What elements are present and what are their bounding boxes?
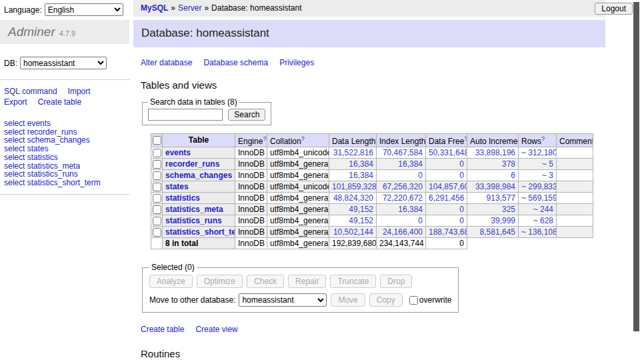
index-length-value[interactable]: 16,384: [398, 159, 423, 169]
row-checkbox-schema_changes[interactable]: [153, 171, 161, 180]
import-link[interactable]: Import: [68, 87, 91, 96]
rows-value[interactable]: ~ 244: [533, 205, 553, 214]
check-button[interactable]: Check: [247, 275, 284, 288]
data-free-value[interactable]: 104,857,600: [429, 182, 467, 191]
optimize-button[interactable]: Optimize: [197, 275, 243, 288]
create-table-link[interactable]: Create table: [141, 325, 184, 334]
move-database-select[interactable]: homeassistant: [239, 293, 327, 307]
language-select[interactable]: English: [45, 3, 123, 16]
data-free-value[interactable]: 6,291,456: [429, 193, 464, 203]
select-all-checkbox[interactable]: [153, 136, 161, 145]
rows-value[interactable]: ~ 628: [533, 216, 553, 225]
rows-value[interactable]: ~ 312,180: [521, 148, 557, 157]
table-link-schema_changes[interactable]: schema_changes: [165, 171, 232, 180]
data-length-value[interactable]: 16,384: [349, 171, 373, 180]
data-free-value[interactable]: 0: [459, 171, 464, 180]
search-input[interactable]: [148, 109, 223, 121]
db-select[interactable]: homeassistant: [20, 57, 107, 69]
logout-button[interactable]: Logout: [595, 3, 633, 15]
row-checkbox-statistics_meta[interactable]: [153, 205, 161, 214]
auto-increment-value[interactable]: 913,577: [487, 193, 515, 203]
index-length-value[interactable]: 0: [418, 216, 423, 225]
index-length-value[interactable]: 24,166,400: [383, 227, 423, 237]
breadcrumb-server-link[interactable]: Server: [178, 3, 201, 13]
sidebar-table-link-statistics_short_term[interactable]: statistics_short_term: [27, 178, 101, 187]
cell-data-length: 49,152: [329, 204, 377, 215]
data-length-value[interactable]: 49,152: [349, 205, 373, 214]
row-checkbox-recorder_runs[interactable]: [153, 160, 161, 169]
auto-increment-value[interactable]: 39,999: [491, 216, 515, 225]
cell-comment: [557, 215, 593, 227]
index-length-value[interactable]: 16,384: [398, 205, 423, 214]
row-checkbox-states[interactable]: [153, 183, 161, 191]
auto-increment-value[interactable]: 6: [511, 171, 515, 180]
privileges-link[interactable]: Privileges: [279, 58, 314, 67]
analyze-button[interactable]: Analyze: [149, 275, 193, 288]
data-length-value[interactable]: 31,522,816: [333, 148, 373, 157]
row-checkbox-statistics[interactable]: [153, 194, 161, 203]
auto-increment-value[interactable]: 33,398,984: [475, 182, 515, 191]
index-length-value[interactable]: 72,220,672: [383, 193, 423, 203]
create-view-link[interactable]: Create view: [195, 325, 237, 334]
auto-increment-value[interactable]: 8,581,645: [480, 227, 515, 237]
data-free-value[interactable]: 188,743,680: [429, 227, 467, 237]
rows-value[interactable]: ~ 299,833: [521, 182, 557, 191]
move-to-database-label: Move to other database:: [149, 295, 235, 305]
alter-database-link[interactable]: Alter database: [141, 58, 192, 67]
auto-increment-value[interactable]: 325: [502, 205, 515, 214]
index-length-value[interactable]: 67,256,320: [383, 182, 423, 191]
copy-button[interactable]: Copy: [369, 293, 403, 307]
cell-comment: [557, 181, 593, 193]
index-length-value[interactable]: 70,467,584: [383, 148, 423, 157]
data-length-value[interactable]: 16,384: [349, 159, 373, 169]
breadcrumb-mysql-link[interactable]: MySQL: [141, 3, 168, 13]
cell-rows: ~ 3: [519, 170, 557, 181]
rows-value[interactable]: ~ 3: [542, 171, 553, 180]
scrollbar-thumb[interactable]: [633, 2, 639, 331]
rows-value[interactable]: ~ 5: [542, 159, 553, 169]
data-length-value[interactable]: 10,502,144: [333, 227, 373, 237]
table-link-events[interactable]: events: [165, 148, 191, 157]
create-table-link-sidebar[interactable]: Create table: [38, 97, 81, 107]
data-free-value[interactable]: 0: [459, 205, 464, 214]
drop-button[interactable]: Drop: [380, 275, 412, 288]
overwrite-checkbox[interactable]: [409, 296, 418, 305]
row-checkbox-events[interactable]: [153, 149, 161, 157]
cell-comment: [557, 170, 593, 181]
database-schema-link[interactable]: Database schema: [203, 58, 268, 67]
auto-increment-value[interactable]: 33,898,196: [475, 148, 515, 157]
data-length-value[interactable]: 101,859,328: [332, 182, 377, 191]
move-button[interactable]: Move: [331, 293, 365, 307]
data-free-hint-link[interactable]: ?: [464, 135, 467, 142]
export-link[interactable]: Export: [4, 97, 27, 107]
column-header-comment: Comment?: [557, 134, 593, 147]
table-link-statistics_short_term[interactable]: statistics_short_term: [165, 227, 235, 237]
vertical-scrollbar[interactable]: [633, 0, 644, 362]
table-link-statistics[interactable]: statistics: [165, 193, 200, 203]
collation-hint-link[interactable]: ?: [301, 135, 305, 142]
rows-hint-link[interactable]: ?: [541, 135, 545, 142]
engine-hint-link[interactable]: ?: [263, 135, 266, 142]
data-length-value[interactable]: 49,152: [349, 216, 373, 225]
index-length-value[interactable]: 0: [418, 171, 423, 180]
data-free-value[interactable]: 50,331,648: [429, 148, 467, 157]
sql-command-link[interactable]: SQL command: [4, 87, 57, 96]
table-link-recorder_runs[interactable]: recorder_runs: [165, 159, 219, 169]
auto-increment-value[interactable]: 378: [502, 159, 515, 169]
repair-button[interactable]: Repair: [288, 275, 326, 288]
table-link-statistics_runs[interactable]: statistics_runs: [165, 216, 222, 225]
rows-value[interactable]: ~ 136,108: [521, 227, 557, 237]
truncate-button[interactable]: Truncate: [330, 275, 376, 288]
search-button[interactable]: Search: [228, 109, 265, 121]
data-free-value[interactable]: 0: [459, 216, 464, 225]
table-link-statistics_meta[interactable]: statistics_meta: [165, 205, 223, 214]
cell-collation: utf8mb4_general_ci: [267, 193, 329, 204]
table-link-states[interactable]: states: [165, 182, 189, 191]
table-row-schema_changes: schema_changesInnoDButf8mb4_general_ci16…: [151, 170, 593, 181]
select-link-statistics_short_term[interactable]: select: [4, 178, 25, 187]
data-length-value[interactable]: 48,824,320: [333, 193, 373, 203]
data-free-value[interactable]: 0: [459, 159, 464, 169]
row-checkbox-statistics_runs[interactable]: [153, 217, 161, 225]
rows-value[interactable]: ~ 569,159: [521, 193, 557, 203]
row-checkbox-statistics_short_term[interactable]: [153, 228, 161, 237]
